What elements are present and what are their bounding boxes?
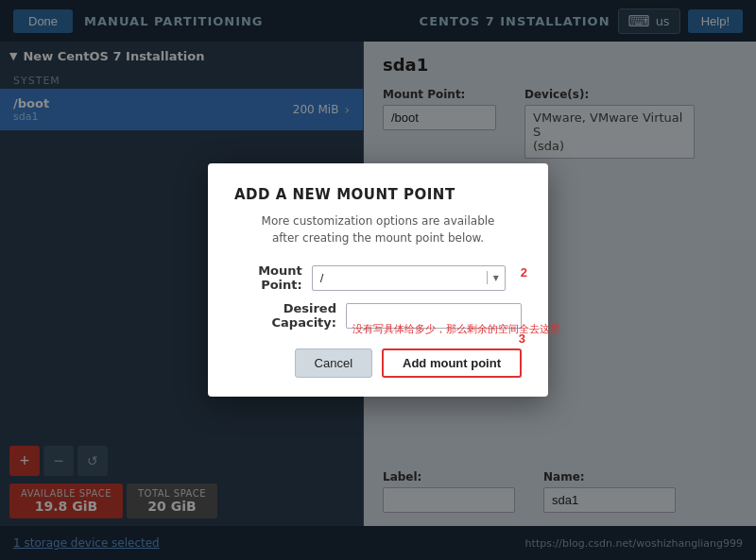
modal-desired-capacity-row: Desired Capacity: 没有写具体给多少，那么剩余的空间全去这里 — [234, 301, 522, 330]
modal-mount-point-label: Mount Point: — [234, 263, 302, 292]
modal: ADD A NEW MOUNT POINT More customization… — [208, 163, 548, 397]
cancel-button[interactable]: Cancel — [295, 348, 372, 378]
modal-fields: Mount Point: ▾ 2 Desired Capacity: 没有写具体… — [234, 263, 522, 330]
add-mount-point-button[interactable]: Add mount point — [382, 348, 522, 378]
modal-mount-point-row: Mount Point: ▾ 2 — [234, 263, 522, 292]
modal-overlay: ADD A NEW MOUNT POINT More customization… — [0, 0, 756, 560]
annotation-2: 2 — [521, 265, 527, 280]
modal-title: ADD A NEW MOUNT POINT — [234, 186, 522, 203]
annotation-3: 3 — [519, 331, 525, 346]
modal-mount-point-input-wrap: ▾ — [312, 265, 506, 291]
modal-description: More customization options are available… — [234, 212, 522, 246]
modal-dropdown-arrow[interactable]: ▾ — [487, 271, 505, 284]
modal-mount-point-input[interactable] — [313, 266, 487, 290]
modal-buttons: Cancel Add mount point 3 — [234, 348, 522, 378]
modal-desired-capacity-label: Desired Capacity: — [234, 301, 336, 330]
desired-capacity-note: 没有写具体给多少，那么剩余的空间全去这里 — [352, 322, 560, 336]
